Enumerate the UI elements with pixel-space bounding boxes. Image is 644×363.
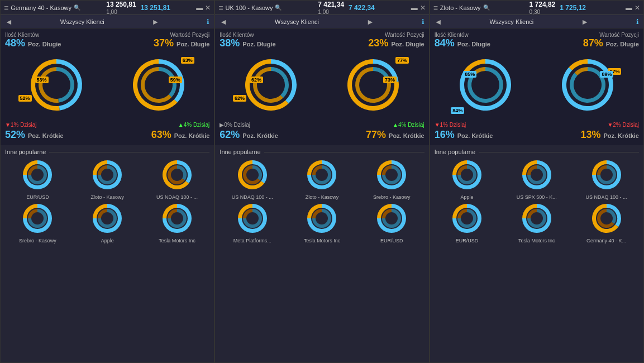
change-row: ▼1% Dzisiaj ▲4% Dzisiaj <box>5 121 209 129</box>
change-row: ▼1% Dzisiaj ▼2% Dzisiaj <box>435 121 639 129</box>
change-row: ▶0% Dzisiaj ▲4% Dzisiaj <box>220 121 424 129</box>
mini-label: US NDAQ 100 - ... <box>144 194 211 200</box>
panel-header-icons: ▬ ✕ <box>196 4 211 12</box>
change-left: ▶0% Dzisiaj <box>220 122 250 128</box>
left-stat: Ilość Klientów 48% Poz. Długie <box>5 32 61 48</box>
stats-top-row: Ilość Klientów 84% Poz. Długie Wartość P… <box>435 32 639 48</box>
mini-item[interactable]: Tesla Motors Inc <box>288 202 356 243</box>
nav-info-icon[interactable]: ℹ <box>422 18 424 26</box>
mini-item[interactable]: Tesla Motors Inc <box>503 202 570 243</box>
mini-label: Zloto - Kasowy <box>74 194 141 200</box>
panel-3: ≡ Zloto - Kasowy 🔍 1 724,82 0,30 1 725,1… <box>430 0 644 363</box>
mini-item[interactable]: US NDAQ 100 - ... <box>218 159 286 200</box>
mini-donut <box>375 159 408 193</box>
stats-bottom-row: 16% Poz. Krótkie 13% Poz. Krótkie <box>435 129 639 141</box>
donut1-wrapper: 52% 53% <box>23 51 90 118</box>
mini-grid-row2: EUR/USD Tesla Motors Inc Germany 40 - K.… <box>432 201 641 245</box>
nav-right-arrow[interactable]: ► <box>152 17 160 26</box>
menu-icon[interactable]: ≡ <box>433 3 438 12</box>
mini-donut <box>161 159 193 193</box>
change-left: ▼1% Dzisiaj <box>435 122 466 128</box>
nav-info-icon[interactable]: ℹ <box>636 18 639 26</box>
panel-title: UK 100 - Kasowy <box>226 4 273 11</box>
mini-item[interactable]: EUR/USD <box>433 202 501 243</box>
charts-area: 84% 85% 87% 89% <box>435 49 639 121</box>
panel-header: ≡ Zloto - Kasowy 🔍 1 724,82 0,30 1 725,1… <box>430 1 643 15</box>
minimize-icon[interactable]: ▬ <box>411 4 418 12</box>
donut2-wrapper: 63% 59% <box>125 51 192 118</box>
bottom-left-value: 16% Poz. Krótkie <box>435 129 493 141</box>
nav-bar: ◄ Wszyscy Klienci ► ℹ <box>430 15 643 28</box>
close-icon[interactable]: ✕ <box>205 4 211 12</box>
nav-right-arrow[interactable]: ► <box>366 17 374 26</box>
mini-label: Apple <box>433 194 501 200</box>
panel-header-left: ≡ Zloto - Kasowy 🔍 <box>433 3 490 12</box>
mini-label: US SPX 500 - K... <box>503 194 570 200</box>
mini-donut <box>590 202 623 237</box>
mini-item[interactable]: EUR/USD <box>4 159 71 200</box>
donut2-outer-label: 63% <box>181 57 194 64</box>
stats-bottom-row: 62% Poz. Krótkie 77% Poz. Krótkie <box>220 129 424 141</box>
price-change: 1,00 <box>106 9 117 15</box>
panels-container: ≡ Germany 40 - Kasowy 🔍 13 250,81 1,00 1… <box>0 0 644 363</box>
mini-item[interactable]: Germany 40 - K... <box>573 202 640 243</box>
mini-item[interactable]: EUR/USD <box>358 202 426 243</box>
panel-title: Zloto - Kasowy <box>440 4 481 11</box>
donut1-wrapper: 62% 62% <box>237 51 304 118</box>
price1: 13 250,81 <box>106 1 136 8</box>
panel-header-left: ≡ Germany 40 - Kasowy 🔍 <box>4 3 80 12</box>
search-icon[interactable]: 🔍 <box>74 4 80 11</box>
nav-info-icon[interactable]: ℹ <box>207 18 209 26</box>
minimize-icon[interactable]: ▬ <box>626 4 632 12</box>
close-icon[interactable]: ✕ <box>420 4 426 12</box>
right-stat: Wartość Pozycji 87% Poz. Długie <box>583 32 639 48</box>
price-change: 0,30 <box>529 9 540 15</box>
nav-right-arrow[interactable]: ► <box>581 17 589 26</box>
main-content: Ilość Klientów 84% Poz. Długie Wartość P… <box>430 28 643 145</box>
mini-donut <box>21 159 54 193</box>
mini-item[interactable]: Zloto - Kasowy <box>288 159 356 200</box>
mini-item[interactable]: Srebro - Kasowy <box>358 159 426 200</box>
close-icon[interactable]: ✕ <box>635 4 640 12</box>
bottom-left-stat: 16% Poz. Krótkie <box>435 129 493 141</box>
donut2-inner-label: 59% <box>169 77 182 83</box>
minimize-icon[interactable]: ▬ <box>196 4 203 12</box>
bottom-left-stat: 62% Poz. Krótkie <box>220 129 278 141</box>
mini-label: Tesla Motors Inc <box>144 238 211 243</box>
charts-area: 52% 53% 63% 59% <box>5 49 209 121</box>
inne-section: Inne popularne Apple US SPX 500 - K... <box>430 145 643 362</box>
donut2-inner-label: 73% <box>383 77 397 83</box>
mini-donut <box>161 202 193 237</box>
mini-item[interactable]: Tesla Motors Inc <box>144 202 211 243</box>
inne-title: Inne popularne <box>3 147 212 157</box>
nav-left-arrow[interactable]: ◄ <box>220 17 227 26</box>
left-stat-value: 84% Poz. Długie <box>435 38 490 48</box>
change-left: ▼1% Dzisiaj <box>5 122 37 128</box>
search-icon[interactable]: 🔍 <box>275 4 282 11</box>
price1: 7 421,34 <box>318 1 344 8</box>
mini-item[interactable]: US SPX 500 - K... <box>503 159 570 200</box>
mini-item[interactable]: US NDAQ 100 - ... <box>573 159 640 200</box>
inne-title: Inne popularne <box>432 147 641 157</box>
donut2-wrapper: 87% 89% <box>554 51 621 118</box>
panel-1: ≡ Germany 40 - Kasowy 🔍 13 250,81 1,00 1… <box>0 0 214 363</box>
mini-label: Meta Platforms... <box>218 238 286 243</box>
mini-item[interactable]: Srebro - Kasowy <box>4 202 71 243</box>
mini-item[interactable]: Meta Platforms... <box>218 202 286 243</box>
nav-left-arrow[interactable]: ◄ <box>5 17 13 26</box>
stats-top-row: Ilość Klientów 48% Poz. Długie Wartość P… <box>5 32 209 48</box>
nav-left-arrow[interactable]: ◄ <box>435 17 442 26</box>
right-stat: Wartość Pozycji 23% Poz. Długie <box>368 32 424 48</box>
menu-icon[interactable]: ≡ <box>218 3 223 12</box>
mini-item[interactable]: Apple <box>74 202 141 243</box>
menu-icon[interactable]: ≡ <box>4 3 8 12</box>
mini-item[interactable]: Zloto - Kasowy <box>74 159 141 200</box>
price1: 1 724,82 <box>529 1 556 8</box>
donut1-wrapper: 84% 85% <box>452 51 519 118</box>
left-stat: Ilość Klientów 84% Poz. Długie <box>435 32 490 48</box>
mini-donut <box>306 159 338 193</box>
search-icon[interactable]: 🔍 <box>483 4 490 11</box>
bottom-left-value: 52% Poz. Krótkie <box>5 129 64 141</box>
mini-item[interactable]: US NDAQ 100 - ... <box>144 159 211 200</box>
mini-item[interactable]: Apple <box>433 159 501 200</box>
